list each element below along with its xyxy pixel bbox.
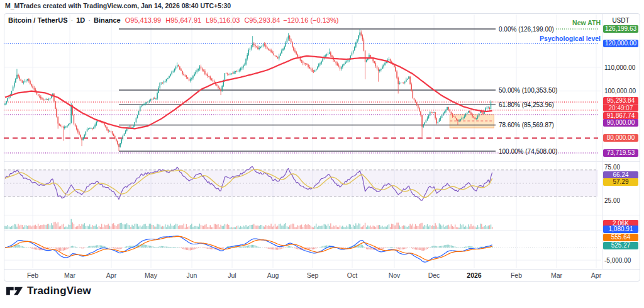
close-value: C95,293.84 <box>244 16 280 24</box>
pane-separator <box>4 161 640 162</box>
time-axis-label: Mar <box>545 271 568 279</box>
current-price-badge: 95,293.8420:49:07 <box>603 97 638 111</box>
axis-price-badge: 80,000.00 <box>603 134 638 142</box>
separator-dot: · <box>88 16 91 24</box>
rsi-axis-tick: 75.00 <box>604 164 620 171</box>
fib-level-label: 78.60% (85,569.87) <box>499 122 554 128</box>
annotation-new-ath: New ATH <box>572 19 601 26</box>
fib-level-label: 61.80% (94,253.96) <box>499 101 554 108</box>
time-axis-label: Sep <box>301 271 324 279</box>
fib-level-label: 50.00% (100,353.50) <box>499 87 557 94</box>
rsi-axis-tick: 25.00 <box>604 197 620 204</box>
annotation-psychological-level: Psychological level <box>540 35 601 42</box>
axis-indicator-badge: 555.64 <box>603 234 638 241</box>
axis-currency-label: USDT <box>603 17 638 24</box>
exchange-name: Binance <box>94 16 121 24</box>
current-price-value: 95,293.84 <box>603 97 638 104</box>
fib-level-label: 0.00% (126,199.00) <box>499 26 554 33</box>
low-value: L95,116.03 <box>206 16 240 24</box>
time-axis-label: Oct <box>341 271 364 279</box>
time-axis-label: Apr <box>100 271 123 279</box>
time-axis-label: May <box>140 271 162 279</box>
time-axis-label: Jun <box>180 271 203 279</box>
fib-level-label: 100.00% (74,508.00) <box>499 148 557 155</box>
attribution-text: M_MTrades created with TradingView.com, … <box>5 2 231 9</box>
axis-price-badge: 126,199.63 <box>603 25 638 33</box>
tradingview-logo[interactable]: TradingView <box>6 285 91 297</box>
price-axis-tick: 100,000.00 <box>604 88 636 94</box>
axis-price-badge: 73,719.53 <box>603 149 638 157</box>
tradingview-logo-text: TradingView <box>27 285 91 297</box>
time-axis-label: Nov <box>383 271 406 279</box>
time-axis-label: Feb <box>505 271 528 279</box>
time-axis-label: Dec <box>423 271 445 279</box>
price-change: −120.16 (−0.13%) <box>283 16 338 24</box>
price-axis-tick: 110,000.00 <box>604 64 635 71</box>
pane-separator <box>4 230 640 231</box>
axis-rsi-badge: 66.24 <box>603 171 638 179</box>
axis-indicator-badge: 1,080.91 <box>603 225 638 233</box>
bar-countdown: 20:49:07 <box>603 104 638 111</box>
high-value: H95,647.91 <box>165 16 201 24</box>
axis-rsi-badge: 57.29 <box>603 178 638 186</box>
pane-separator <box>4 215 640 215</box>
separator-dot: · <box>71 16 74 24</box>
time-axis-label: Feb <box>21 271 44 279</box>
page: M_MTrades created with TradingView.com, … <box>0 0 644 308</box>
time-axis-label: Jul <box>221 271 243 279</box>
tradingview-logo-icon <box>6 285 23 297</box>
axis-indicator-badge: 525.27 <box>603 242 638 249</box>
time-axis-label: Apr <box>585 271 608 279</box>
macd-axis-tick: -5,000.00 <box>604 257 631 264</box>
axis-price-badge: 90,000.00 <box>603 119 638 127</box>
time-axis-label: 2026 <box>463 271 486 279</box>
open-value: O95,413.99 <box>125 16 162 24</box>
symbol-info-bar: Bitcoin / TetherUS · 1D · Binance O95,41… <box>8 16 338 24</box>
chart-plot-area[interactable] <box>4 14 601 269</box>
axis-price-badge: 120,000.00 <box>603 40 638 47</box>
interval-label[interactable]: 1D <box>76 16 85 24</box>
time-axis-label: Aug <box>262 271 284 279</box>
time-axis-label: Mar <box>58 271 81 279</box>
symbol-name[interactable]: Bitcoin / TetherUS <box>8 16 68 24</box>
